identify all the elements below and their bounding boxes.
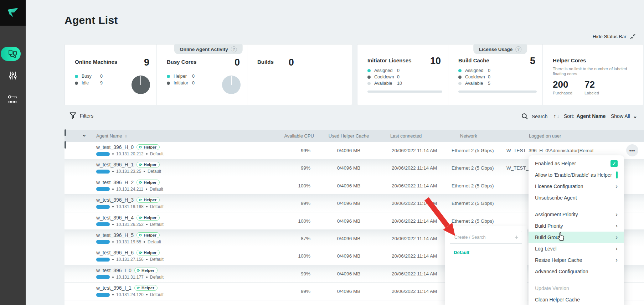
separator-dot [144,171,145,172]
menu-item-allow-to-enable-disable-as-helper[interactable]: Allow to 'Enable/Disable' as Helper [529,169,624,181]
agent-ip: 10.131.19.55 [116,239,141,244]
cpu-usage-bar [96,293,110,297]
agent-group: Default [150,275,164,280]
sidebar-item-license[interactable] [0,91,26,107]
available-cpu-cell: 100% [264,183,310,188]
checkbox-checked-icon[interactable]: ✓ [610,160,618,167]
agent-name-cell: w_test_396_H_0 ⟳ Helper 10.131.20.212 De… [96,144,164,156]
assigned-dot [367,69,371,72]
cpu-usage-bar [96,275,110,279]
filters-button[interactable]: Filters [69,112,93,119]
column-agent-name[interactable]: Agent Name ▲▼ [96,133,127,139]
menu-item-update-version: Update Version [529,283,624,294]
column-used-helper-cache[interactable]: Used Helper Cache [321,133,376,139]
column-sort-icon: ▲▼ [125,134,127,138]
menu-item-resize-helper-cache[interactable]: Resize Helper Cache› [529,254,624,266]
helper-badge: ⟳ Helper [136,232,160,238]
agent-name[interactable]: w_test_396_I_0 [96,268,132,273]
select-menu-chevron-icon[interactable]: ⌄ [82,131,87,138]
separator-dot [112,206,114,207]
sidebar-item-settings[interactable] [0,68,26,83]
cpu-usage-bar [96,258,110,262]
agent-ip: 10.131.19.198 [116,204,144,209]
create-search-input[interactable] [454,234,509,240]
agent-name[interactable]: w_test_396_H_6 [96,250,134,255]
select-all-checkbox[interactable] [65,129,66,136]
menu-item-enabled-as-helper[interactable]: Enabled as Helper✓ [529,158,624,169]
incredibuild-logo-icon [5,5,20,20]
menu-item-label: Log Level [535,246,557,252]
helper-badge: ⟳ Helper [136,197,160,203]
initiator-licenses-legend: Assigned 0 Cooldown 0 Available 10 [367,68,442,86]
used-helper-cache-cell: 0/4096 MB [321,289,376,294]
cooldown-dot [458,76,462,79]
app-logo[interactable] [0,0,26,26]
available-cpu-cell: 99% [264,148,310,153]
agent-group: Default [150,151,164,156]
menu-item-label: Allow to 'Enable/Disable' as Helper [535,172,612,178]
network-cell: Ethernet 2 (5 Gbps) [452,183,494,188]
helper-badge: ⟳ Helper [136,180,160,185]
last-connected-cell: 20/06/2022 11:14 AM [392,236,437,241]
agent-name[interactable]: w_test_396_H_4 [96,215,134,221]
menu-item-build-group[interactable]: Build Group› [529,232,624,243]
separator-dot [112,241,114,243]
sidebar-item-agents[interactable] [0,46,26,62]
agent-name-cell: w_test_396_H_4 ⟳ Helper 10.131.26.252 De… [96,215,164,227]
column-available-cpu[interactable]: Available CPU [264,133,314,139]
hide-status-bar-button[interactable]: Hide Status Bar [593,33,636,40]
helper-badge: ⟳ Helper [134,268,158,273]
menu-item-license-configuration[interactable]: License Configuration› [529,181,624,192]
menu-item-label: License Configuration [535,183,583,189]
column-network[interactable]: Network [460,133,477,139]
separator-dot [146,276,148,278]
menu-item-clean-helper-cache[interactable]: Clean Helper Cache [529,294,624,305]
sort-control[interactable]: ↑ ↓ Sort: Agent Name [553,113,606,119]
agent-name[interactable]: w_test_396_H_1 [96,162,134,167]
row-checkbox[interactable] [65,141,66,149]
menu-item-unsubscribe-agent[interactable]: Unsubscribe Agent [529,192,624,203]
menu-item-assignment-priority[interactable]: Assignment Priority› [529,209,624,220]
cpu-usage-bar [96,222,110,226]
helper-badge-icon: ⟳ [139,251,142,254]
network-cell: Ethernet 2 (5 Gbps) [452,218,494,224]
build-group-popup: + Default [445,226,527,305]
checkbox-unchecked-icon[interactable] [616,171,618,179]
menu-item-advanced-configuration[interactable]: Advanced Configuration [529,266,624,277]
submenu-chevron-icon: › [615,211,618,218]
separator-dot [146,259,148,260]
legend-label: Available [465,81,488,86]
search-button[interactable]: Search [521,113,547,120]
submenu-chevron-icon: › [615,245,618,252]
initiator-licenses-title: Initiator Licenses [367,57,411,63]
agent-name[interactable]: w_test_396_I_1 [96,285,132,291]
online-machines-title: Online Machines [75,59,117,65]
agent-name[interactable]: w_test_396_H_5 [96,232,134,238]
cpu-usage-bar [96,152,110,156]
agent-name-cell: w_test_396_H_1 ⟳ Helper 10.131.23.25 Def… [96,162,161,174]
agent-ip: 10.131.20.212 [116,151,144,156]
labeled-label: Labeled [584,91,599,95]
used-helper-cache-cell: 0/4096 MB [321,218,376,224]
add-group-icon[interactable]: + [515,234,518,241]
agent-ip: 10.131.23.25 [116,169,141,174]
legend-label: Initiator [174,81,192,86]
available-dot [367,82,371,85]
menu-item-build-priority[interactable]: Build Priority› [529,220,624,232]
legend-label: Assigned [374,68,397,73]
column-logged-on-user[interactable]: Logged on user [529,133,561,139]
menu-item-log-level[interactable]: Log Level› [529,243,624,254]
helper-cores-title: Helper Cores [553,57,586,63]
used-helper-cache-cell: 0/4096 MB [321,253,376,259]
column-last-connected[interactable]: Last connected [390,133,422,139]
agent-name[interactable]: w_test_396_H_2 [96,180,134,185]
agent-name[interactable]: w_test_396_H_3 [96,197,134,203]
group-option-default[interactable]: Default [454,250,522,255]
submenu-chevron-icon: › [615,257,618,263]
agent-name[interactable]: w_test_396_H_0 [96,144,134,150]
show-all-dropdown[interactable]: Show All ⌄ [611,113,637,119]
separator-dot [146,188,147,190]
build-cache-legend: Assigned 0 Cooldown 0 Available 5 [458,68,537,86]
row-more-button[interactable]: ••• [626,144,638,156]
separator-dot [146,294,148,295]
